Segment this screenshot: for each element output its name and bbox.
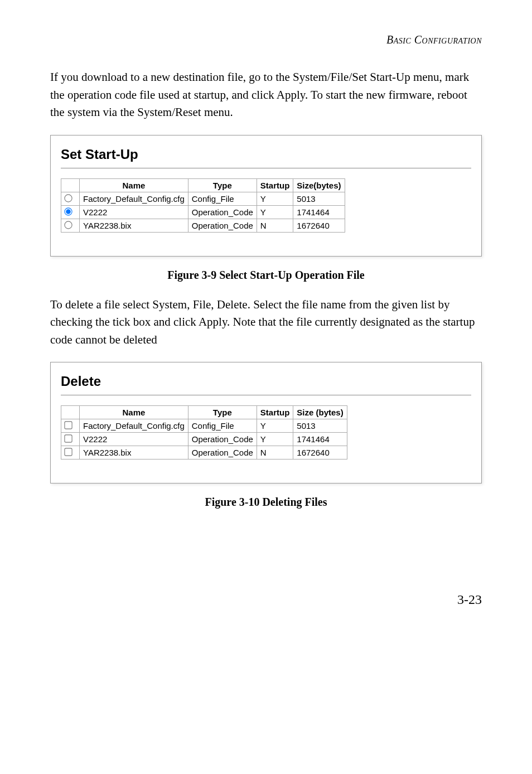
file-startup-cell: Y bbox=[257, 205, 293, 219]
name-header: Name bbox=[80, 406, 188, 419]
table-row: Factory_Default_Config.cfg Config_File Y… bbox=[61, 192, 345, 205]
set-start-up-title: Set Start-Up bbox=[61, 147, 471, 162]
file-type-cell: Config_File bbox=[188, 192, 257, 205]
table-row: YAR2238.bix Operation_Code N 1672640 bbox=[61, 446, 347, 459]
figure-caption-1: Figure 3-9 Select Start-Up Operation Fil… bbox=[50, 269, 482, 282]
start-up-table: Name Type Startup Size(bytes) Factory_De… bbox=[61, 178, 345, 233]
delete-panel: Delete Name Type Startup Size (bytes) Fa… bbox=[50, 362, 482, 483]
file-type-cell: Operation_Code bbox=[188, 433, 257, 446]
body-paragraph-1: If you download to a new destination fil… bbox=[50, 69, 482, 122]
table-row: V2222 Operation_Code Y 1741464 bbox=[61, 205, 345, 219]
body-paragraph-2: To delete a file select System, File, De… bbox=[50, 296, 482, 349]
size-header: Size (bytes) bbox=[293, 406, 347, 419]
set-start-up-panel: Set Start-Up Name Type Startup Size(byte… bbox=[50, 135, 482, 257]
delete-checkbox[interactable] bbox=[64, 434, 72, 442]
figure-caption-2: Figure 3-10 Deleting Files bbox=[50, 496, 482, 509]
file-type-cell: Operation_Code bbox=[188, 205, 257, 219]
file-name-cell: Factory_Default_Config.cfg bbox=[80, 419, 188, 433]
page-number: 3-23 bbox=[50, 592, 482, 607]
select-header bbox=[61, 178, 80, 192]
startup-radio[interactable] bbox=[64, 207, 72, 215]
table-row: V2222 Operation_Code Y 1741464 bbox=[61, 433, 347, 446]
file-name-cell: V2222 bbox=[80, 205, 188, 219]
file-size-cell: 1741464 bbox=[293, 205, 345, 219]
startup-header: Startup bbox=[257, 178, 293, 192]
file-type-cell: Operation_Code bbox=[188, 219, 257, 232]
startup-radio[interactable] bbox=[64, 221, 72, 229]
table-header-row: Name Type Startup Size (bytes) bbox=[61, 406, 347, 419]
file-startup-cell: Y bbox=[257, 192, 293, 205]
table-row: Factory_Default_Config.cfg Config_File Y… bbox=[61, 419, 347, 433]
file-name-cell: YAR2238.bix bbox=[80, 219, 188, 232]
file-type-cell: Operation_Code bbox=[188, 446, 257, 459]
type-header: Type bbox=[188, 406, 257, 419]
file-name-cell: V2222 bbox=[80, 433, 188, 446]
file-startup-cell: Y bbox=[257, 433, 293, 446]
file-size-cell: 5013 bbox=[293, 419, 347, 433]
select-header bbox=[61, 406, 80, 419]
name-header: Name bbox=[80, 178, 188, 192]
file-size-cell: 5013 bbox=[293, 192, 345, 205]
file-name-cell: Factory_Default_Config.cfg bbox=[80, 192, 188, 205]
file-startup-cell: Y bbox=[257, 419, 293, 433]
delete-table: Name Type Startup Size (bytes) Factory_D… bbox=[61, 405, 347, 459]
file-name-cell: YAR2238.bix bbox=[80, 446, 188, 459]
file-size-cell: 1672640 bbox=[293, 219, 345, 232]
delete-title: Delete bbox=[61, 374, 471, 389]
file-size-cell: 1672640 bbox=[293, 446, 347, 459]
running-header: Basic Configuration bbox=[50, 33, 482, 46]
startup-radio[interactable] bbox=[64, 194, 72, 202]
table-row: YAR2238.bix Operation_Code N 1672640 bbox=[61, 219, 345, 232]
file-startup-cell: N bbox=[257, 446, 293, 459]
file-startup-cell: N bbox=[257, 219, 293, 232]
divider bbox=[61, 395, 471, 395]
size-header: Size(bytes) bbox=[293, 178, 345, 192]
startup-header: Startup bbox=[257, 406, 293, 419]
table-header-row: Name Type Startup Size(bytes) bbox=[61, 178, 345, 192]
delete-checkbox[interactable] bbox=[64, 421, 72, 429]
file-type-cell: Config_File bbox=[188, 419, 257, 433]
delete-checkbox[interactable] bbox=[64, 448, 72, 456]
file-size-cell: 1741464 bbox=[293, 433, 347, 446]
divider bbox=[61, 168, 471, 168]
type-header: Type bbox=[188, 178, 257, 192]
